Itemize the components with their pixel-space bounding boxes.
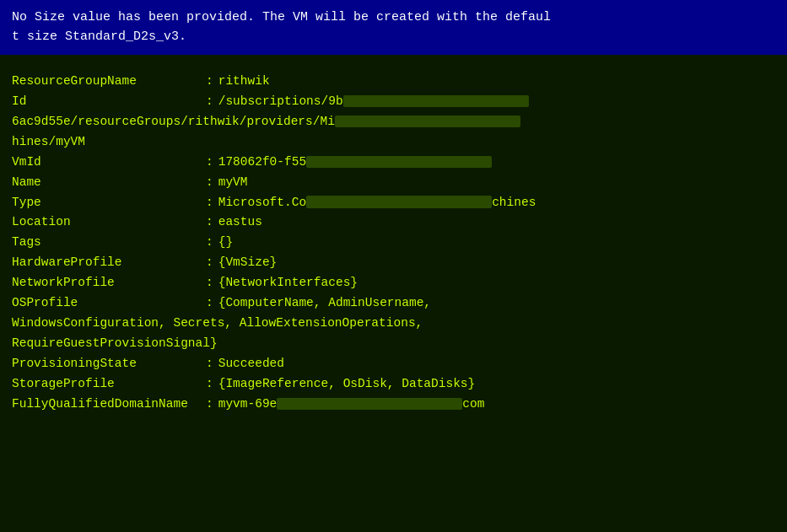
row-type: Type : Microsoft.Co chines (12, 193, 775, 213)
row-resource-group-name: ResourceGroupName : rithwik (12, 72, 775, 92)
value-resource-group-name: rithwik (218, 72, 270, 92)
value-fqdn: myvm-69e com (218, 395, 485, 415)
key-tags: Tags (12, 233, 206, 253)
key-vmid: VmId (12, 153, 206, 173)
key-hardware-profile: HardwareProfile (12, 253, 206, 273)
key-location: Location (12, 212, 206, 233)
value-network-profile: {NetworkInterfaces} (218, 273, 358, 293)
row-network-profile: NetworkProfile : {NetworkInterfaces} (12, 273, 775, 293)
row-name: Name : myVM (12, 173, 775, 193)
key-id: Id (12, 92, 206, 112)
warning-line1: No Size value has been provided. The VM … (12, 8, 775, 28)
row-id: Id : /subscriptions/9b (12, 92, 775, 112)
key-fqdn: FullyQualifiedDomainName (12, 395, 206, 415)
row-id-cont2: hines/myVM (12, 132, 775, 153)
value-os-profile: {ComputerName, AdminUsername, (218, 293, 431, 314)
key-name: Name (12, 173, 206, 193)
warning-line2: t size Standard_D2s_v3. (12, 28, 775, 47)
value-location: eastus (218, 212, 262, 233)
value-tags: {} (218, 233, 233, 253)
key-network-profile: NetworkProfile (12, 273, 206, 293)
value-name: myVM (218, 173, 248, 193)
row-os-profile: OSProfile : {ComputerName, AdminUsername… (12, 293, 775, 314)
row-storage-profile: StorageProfile : {ImageReference, OsDisk… (12, 374, 775, 395)
row-hardware-profile: HardwareProfile : {VmSize} (12, 253, 775, 273)
value-hardware-profile: {VmSize} (218, 253, 278, 273)
value-id-cont1: 6ac9d55e/resourceGroups/rithwik/provider… (12, 112, 520, 132)
row-location: Location : eastus (12, 212, 775, 233)
value-vmid: 178062f0-f55 (218, 153, 492, 173)
row-fqdn: FullyQualifiedDomainName : myvm-69e com (12, 395, 775, 415)
key-storage-profile: StorageProfile (12, 374, 206, 395)
terminal-window: No Size value has been provided. The VM … (0, 0, 787, 532)
value-os-profile-cont2: RequireGuestProvisionSignal} (12, 334, 218, 354)
row-vmid: VmId : 178062f0-f55 (12, 153, 775, 173)
key-os-profile: OSProfile (12, 293, 206, 314)
value-provisioning-state: Succeeded (218, 354, 284, 374)
key-resource-group-name: ResourceGroupName (12, 72, 206, 92)
value-os-profile-cont1: WindowsConfiguration, Secrets, AllowExte… (12, 314, 423, 334)
row-os-profile-cont1: WindowsConfiguration, Secrets, AllowExte… (12, 314, 775, 334)
row-id-cont1: 6ac9d55e/resourceGroups/rithwik/provider… (12, 112, 775, 132)
row-tags: Tags : {} (12, 233, 775, 253)
value-storage-profile: {ImageReference, OsDisk, DataDisks} (218, 374, 476, 395)
key-type: Type (12, 193, 206, 213)
row-provisioning-state: ProvisioningState : Succeeded (12, 354, 775, 374)
value-id-prefix: /subscriptions/9b (218, 92, 529, 112)
value-id-cont2: hines/myVM (12, 132, 85, 153)
warning-section: No Size value has been provided. The VM … (0, 0, 787, 55)
key-provisioning-state: ProvisioningState (12, 354, 206, 374)
row-os-profile-cont2: RequireGuestProvisionSignal} (12, 334, 775, 354)
value-type: Microsoft.Co chines (218, 193, 536, 213)
output-section: ResourceGroupName : rithwik Id : /subscr… (0, 55, 787, 532)
